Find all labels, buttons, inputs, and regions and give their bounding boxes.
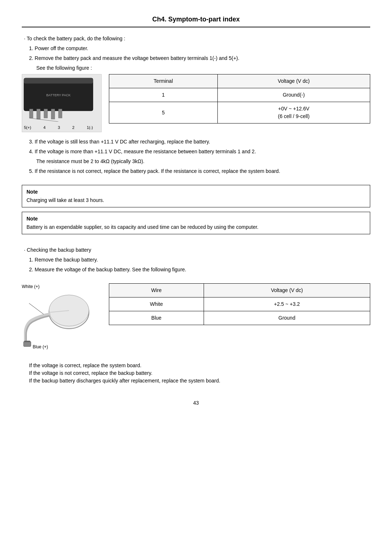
col-voltage-backup: Voltage (V dc): [204, 284, 370, 297]
battery-steps-cont: 3. If the voltage is still less than +11…: [29, 138, 370, 175]
step-5: 5. If the resistance is not correct, rep…: [29, 167, 370, 175]
conclusion-3: If the backup battery discharges quickly…: [29, 377, 370, 385]
step-4-indent: The resistance must be 2 to 4kΩ (typical…: [36, 158, 370, 165]
step-2: 2. Remove the battery pack and measure t…: [29, 54, 370, 62]
note-box-2: Note Battery is an expendable supplier, …: [22, 212, 370, 234]
step-4: 4. If the voltage is more than +11.1 V D…: [29, 148, 370, 155]
backup-conclusions: If the voltage is correct, replace the s…: [29, 362, 370, 385]
table-row: Blue Ground: [109, 311, 370, 325]
svg-rect-11: [24, 341, 31, 347]
battery-svg: BATTERY PACK: [22, 74, 95, 122]
backup-step-1: 1. Remove the backup battery.: [29, 256, 370, 264]
step-2-indent: See the following figure :: [36, 64, 370, 72]
battery-figure: BATTERY PACK 5(+) 4 3 2 1(-): [22, 74, 102, 132]
note-title-2: Note: [26, 215, 366, 223]
title-divider: [22, 27, 370, 28]
battery-figure-table: BATTERY PACK 5(+) 4 3 2 1(-) Terminal Vo…: [22, 74, 370, 132]
battery-steps: 1. Power off the computer. 2. Remove the…: [29, 45, 370, 72]
battery-terminal-labels: 5(+) 4 3 2 1(-): [24, 125, 93, 131]
page-title: Ch4. Symptom-to-part index: [22, 15, 370, 24]
table-row: 1 Ground(-): [109, 88, 370, 102]
svg-rect-2: [29, 109, 33, 118]
step-3: 3. If the voltage is still less than +11…: [29, 138, 370, 146]
col-voltage: Voltage (V dc): [217, 74, 370, 88]
step-1: 1. Power off the computer.: [29, 45, 370, 52]
battery-voltage-table: Terminal Voltage (V dc) 1 Ground(-) 5 +0…: [109, 74, 370, 123]
svg-rect-12: [24, 341, 30, 342]
note-box-1: Note Charging will take at least 3 hours…: [22, 185, 370, 207]
backup-step-2: 2. Measure the voltage of the backup bat…: [29, 266, 370, 274]
col-terminal: Terminal: [109, 74, 218, 88]
page-number: 43: [22, 399, 370, 407]
backup-battery-svg: [22, 291, 102, 349]
note-content-2: Battery is an expendable supplier, so it…: [26, 223, 366, 231]
backup-voltage-table: Wire Voltage (V dc) White +2.5 ~ +3.2 Bl…: [109, 283, 370, 325]
backup-figure-table: White (+) Blue (+) Wire Voltage (V dc): [22, 283, 370, 356]
table-row: 5 +0V ~ +12.6V(6 cell / 9-cell): [109, 102, 370, 123]
col-wire: Wire: [109, 284, 204, 297]
table-row: White +2.5 ~ +3.2: [109, 297, 370, 311]
svg-rect-3: [37, 109, 40, 119]
svg-text:BATTERY PACK: BATTERY PACK: [46, 93, 71, 97]
backup-battery-intro: · Checking the backup battery: [22, 246, 370, 254]
note-content-1: Charging will take at least 3 hours.: [26, 197, 366, 204]
conclusion-2: If the voltage is not correct, replace t…: [29, 369, 370, 377]
backup-steps: 1. Remove the backup battery. 2. Measure…: [29, 256, 370, 274]
svg-rect-5: [51, 109, 55, 119]
conclusion-1: If the voltage is correct, replace the s…: [29, 362, 370, 369]
svg-line-14: [29, 303, 44, 314]
white-plus-label: White (+): [22, 283, 102, 290]
svg-rect-6: [58, 109, 62, 118]
backup-battery-figure: White (+) Blue (+): [22, 283, 102, 356]
svg-rect-1: [24, 78, 93, 84]
note-title-1: Note: [26, 188, 366, 196]
svg-rect-4: [44, 109, 48, 118]
battery-check-intro: · To check the battery pack, do the foll…: [22, 35, 370, 42]
